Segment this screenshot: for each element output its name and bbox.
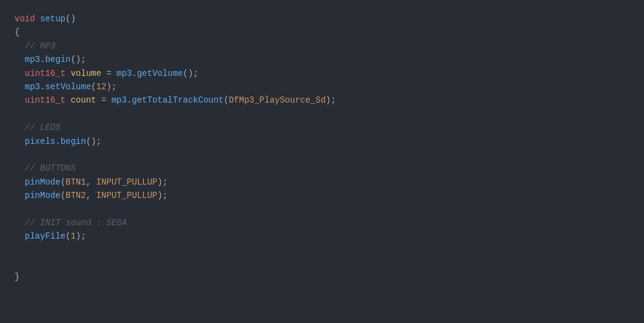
code-line: uint16_t volume = mp3.getVolume();: [15, 67, 629, 80]
code-line: void setup(): [15, 12, 629, 25]
code-token: =: [96, 95, 111, 105]
code-token: // INIT sound : SEGA: [25, 218, 127, 228]
code-token: );: [76, 231, 86, 241]
code-token: [15, 177, 25, 187]
code-token: getVolume: [137, 69, 183, 78]
code-line: mp3.setVolume(12);: [15, 80, 629, 93]
code-line: // INIT sound : SEGA: [15, 216, 629, 229]
code-token: [15, 95, 25, 105]
code-line: playFile(1);: [15, 229, 629, 243]
code-token: [15, 163, 25, 173]
code-token: BTN2: [66, 191, 86, 200]
code-token: uint16_t: [25, 69, 66, 78]
code-token: begin: [61, 137, 86, 146]
code-token: playFile: [25, 231, 66, 241]
code-token: INPUT_PULLUP: [96, 191, 157, 200]
code-token: =: [101, 69, 117, 78]
code-token: uint16_t: [25, 95, 66, 105]
code-token: [15, 137, 25, 146]
code-token: [15, 123, 25, 132]
code-line: pixels.begin();: [15, 135, 629, 148]
code-token: DfMp3_PlaySource_Sd: [229, 95, 326, 105]
code-line: mp3.begin();: [15, 53, 629, 66]
code-line: [15, 257, 629, 270]
code-editor: void setup(){ // MP3 mp3.begin(); uint16…: [0, 0, 644, 323]
code-token: setVolume: [45, 82, 91, 92]
code-token: volume: [70, 69, 101, 78]
code-token: ();: [86, 137, 101, 146]
code-token: (: [61, 191, 66, 200]
code-token: mp3: [25, 55, 40, 64]
code-token: ,: [86, 191, 97, 200]
code-line: }: [15, 270, 629, 284]
code-token: [15, 41, 25, 51]
code-token: ();: [70, 55, 86, 64]
code-token: (: [61, 177, 66, 187]
code-line: [15, 202, 629, 216]
code-line: // LEDS: [15, 121, 629, 134]
code-line: pinMode(BTN2, INPUT_PULLUP);: [15, 189, 629, 202]
code-token: mp3: [112, 95, 127, 105]
code-token: [35, 14, 40, 24]
code-token: [15, 55, 25, 64]
code-line: [15, 148, 629, 162]
code-token: count: [70, 95, 96, 105]
code-line: [15, 107, 629, 121]
code-line: uint16_t count = mp3.getTotalTrackCount(…: [15, 93, 629, 107]
code-line: [15, 243, 629, 257]
code-token: pinMode: [25, 191, 61, 200]
code-token: [15, 218, 25, 228]
code-token: );: [157, 177, 168, 187]
code-line: {: [15, 25, 629, 39]
code-token: BTN1: [66, 177, 86, 187]
code-token: pinMode: [25, 177, 61, 187]
code-token: );: [157, 191, 168, 200]
code-line: pinMode(BTN1, INPUT_PULLUP);: [15, 175, 629, 189]
code-token: [15, 69, 25, 78]
code-token: setup: [40, 14, 66, 24]
code-token: mp3: [25, 82, 40, 92]
code-token: ,: [86, 177, 97, 187]
code-token: mp3: [117, 69, 132, 78]
code-token: [15, 231, 25, 241]
code-token: (: [224, 95, 229, 105]
code-token: [15, 191, 25, 200]
code-token: begin: [45, 55, 70, 64]
code-token: [15, 82, 25, 92]
code-token: // BUTTONS: [25, 163, 76, 173]
code-token: );: [326, 95, 336, 105]
code-token: void: [15, 14, 35, 24]
code-token: 1: [70, 231, 75, 241]
code-token: ();: [183, 69, 198, 78]
code-token: );: [106, 82, 117, 92]
code-line: // MP3: [15, 39, 629, 53]
code-line: // BUTTONS: [15, 162, 629, 175]
code-token: .: [132, 69, 137, 78]
code-token: INPUT_PULLUP: [96, 177, 157, 187]
code-token: {: [15, 27, 19, 37]
code-token: // LEDS: [25, 123, 61, 132]
code-token: getTotalTrackCount: [132, 95, 223, 105]
code-token: pixels: [25, 137, 55, 146]
code-token: .: [55, 137, 60, 146]
code-token: // MP3: [25, 41, 55, 51]
code-token: (): [66, 14, 76, 24]
code-token: }: [15, 272, 19, 282]
code-token: 12: [96, 82, 106, 92]
